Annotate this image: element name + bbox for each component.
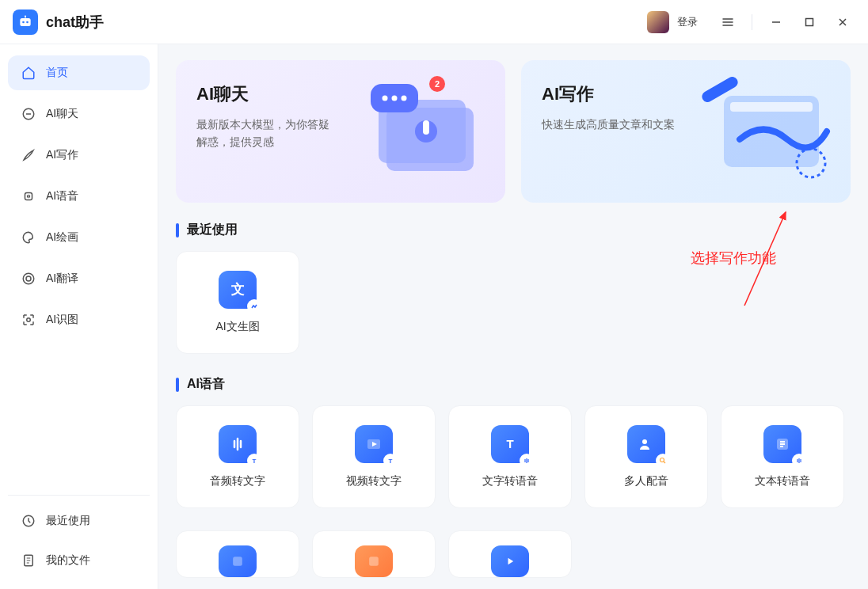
menu-button[interactable] — [715, 10, 740, 35]
write-illustration — [692, 76, 835, 187]
feature-label: 多人配音 — [624, 474, 668, 488]
menu-icon — [721, 16, 734, 28]
sidebar-item-voice[interactable]: AI语音 — [8, 179, 150, 214]
avatar[interactable] — [647, 11, 669, 33]
translate-icon — [21, 271, 36, 287]
feature-card-partial-1[interactable] — [176, 530, 299, 578]
file-icon — [21, 553, 36, 568]
vision-icon — [21, 312, 36, 328]
sidebar-item-write[interactable]: AI写作 — [8, 138, 150, 173]
titlebar: chat助手 登录 — [0, 0, 868, 44]
svg-text:T: T — [389, 458, 393, 465]
login-button[interactable]: 登录 — [677, 15, 698, 29]
svg-point-31 — [661, 458, 664, 462]
recent-grid: 文 AI文生图 — [176, 251, 851, 354]
svg-rect-0 — [20, 18, 30, 26]
hero-card-write[interactable]: AI写作 快速生成高质量文章和文案 — [521, 60, 851, 203]
divider — [752, 14, 752, 30]
voice-grid: T 音频转文字 T 视频转文字 T 文字转语音 多人配音 文本转语音 — [176, 405, 851, 508]
app-title: chat助手 — [46, 13, 104, 32]
feature-label: 文本转语音 — [755, 474, 810, 488]
sidebar-item-translate[interactable]: AI翻译 — [8, 261, 150, 296]
svg-point-1 — [22, 21, 25, 23]
audio2text-icon: T — [219, 425, 257, 463]
svg-point-20 — [402, 96, 407, 101]
sidebar-item-vision[interactable]: AI识图 — [8, 302, 150, 337]
video2text-icon: T — [355, 425, 393, 463]
sidebar-item-label: AI翻译 — [46, 272, 78, 286]
titlebar-left: chat助手 — [13, 10, 104, 35]
paint-icon — [21, 230, 36, 245]
feature-card-partial-2[interactable] — [312, 530, 436, 578]
svg-rect-4 — [25, 16, 26, 18]
feature-card-tts[interactable]: 文本转语音 — [721, 405, 844, 508]
close-icon — [837, 17, 848, 28]
svg-point-8 — [23, 273, 34, 284]
sidebar-item-label: 首页 — [46, 66, 68, 80]
voice-grid-row2 — [176, 530, 851, 578]
close-button[interactable] — [830, 10, 855, 35]
minimize-icon — [771, 17, 782, 28]
svg-rect-34 — [369, 557, 379, 566]
section-head-voice: AI语音 — [176, 376, 851, 393]
svg-point-19 — [392, 96, 398, 101]
sidebar-item-paint[interactable]: AI绘画 — [8, 220, 150, 255]
svg-rect-33 — [233, 557, 242, 566]
partial-icon-3 — [491, 545, 529, 577]
voice-icon — [21, 188, 36, 204]
sidebar-item-label: 最近使用 — [46, 514, 90, 528]
nav-spacer — [8, 344, 150, 488]
main: AI聊天 最新版本大模型，为你答疑解惑，提供灵感 2 AI写作 快速生成高质量文… — [158, 44, 868, 589]
section-title: 最近使用 — [187, 222, 238, 238]
titlebar-right: 登录 — [647, 10, 855, 35]
hero-desc: 快速生成高质量文章和文案 — [542, 116, 684, 133]
chat-illustration — [347, 76, 489, 187]
write-icon — [21, 147, 36, 163]
section-head-recent: 最近使用 — [176, 222, 851, 238]
feature-card-video2text[interactable]: T 视频转文字 — [312, 405, 436, 508]
sidebar-item-chat[interactable]: AI聊天 — [8, 97, 150, 131]
sidebar-item-recent[interactable]: 最近使用 — [8, 504, 150, 538]
svg-rect-5 — [806, 18, 813, 25]
text2img-icon: 文 — [219, 271, 257, 309]
svg-rect-16 — [423, 120, 429, 135]
sidebar-item-label: AI聊天 — [46, 107, 78, 121]
feature-label: AI文生图 — [215, 320, 259, 334]
partial-icon-1 — [219, 545, 257, 577]
section-title: AI语音 — [187, 376, 225, 393]
section-bar — [176, 378, 179, 392]
home-icon — [21, 65, 36, 81]
hero-card-chat[interactable]: AI聊天 最新版本大模型，为你答疑解惑，提供灵感 2 — [176, 60, 505, 203]
feature-card-text2img[interactable]: 文 AI文生图 — [176, 251, 299, 354]
feature-card-text2voice[interactable]: T 文字转语音 — [448, 405, 572, 508]
feature-label: 音频转文字 — [210, 474, 265, 488]
svg-text:文: 文 — [230, 281, 245, 297]
minimize-button[interactable] — [763, 10, 789, 35]
text2voice-icon: T — [491, 425, 529, 463]
feature-card-audio2text[interactable]: T 音频转文字 — [176, 405, 299, 508]
multivoice-icon — [627, 425, 665, 463]
maximize-button[interactable] — [797, 10, 822, 35]
svg-text:T: T — [506, 437, 513, 450]
sidebar-item-home[interactable]: 首页 — [8, 55, 150, 90]
chat-icon — [21, 106, 36, 122]
sidebar-item-files[interactable]: 我的文件 — [8, 543, 150, 578]
sidebar-bottom: 最近使用 我的文件 — [8, 495, 150, 578]
tts-icon — [763, 425, 801, 463]
section-bar — [176, 223, 179, 238]
svg-text:T: T — [253, 458, 257, 465]
hero-desc: 最新版本大模型，为你答疑解惑，提供灵感 — [196, 116, 339, 151]
history-icon — [21, 513, 36, 529]
sidebar: 首页 AI聊天 AI写作 AI语音 AI绘画 AI翻译 AI识图 — [0, 44, 158, 589]
maximize-icon — [804, 17, 815, 28]
app-logo — [13, 10, 38, 35]
svg-point-30 — [642, 439, 647, 444]
svg-rect-22 — [730, 102, 813, 112]
content: 首页 AI聊天 AI写作 AI语音 AI绘画 AI翻译 AI识图 — [0, 44, 868, 589]
svg-point-2 — [26, 21, 29, 23]
feature-card-multivoice[interactable]: 多人配音 — [584, 405, 708, 508]
feature-label: 视频转文字 — [346, 474, 402, 488]
svg-point-18 — [383, 96, 388, 101]
sidebar-item-label: AI绘画 — [46, 230, 78, 245]
feature-card-partial-3[interactable] — [448, 530, 572, 578]
